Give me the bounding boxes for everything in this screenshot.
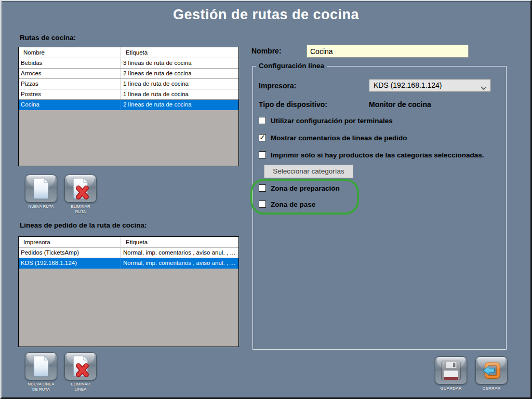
- delete-page-icon: [64, 175, 97, 203]
- table-cell: Normal, imp. comentarios , aviso anul. ,…: [121, 258, 238, 268]
- table-cell: Normal, imp. comentarios , aviso anul. ,…: [121, 248, 238, 258]
- checkbox-utilizar-configuracion[interactable]: Utilizar configuración por terminales: [259, 116, 393, 125]
- new-route-button[interactable]: NUEVA RUTA: [24, 175, 58, 209]
- table-cell: Pedidos (TicketsAmp): [19, 248, 121, 258]
- route-row[interactable]: Arroces2 líneas de ruta de cocina: [19, 69, 238, 79]
- groupbox-title: Configuración linea: [256, 62, 327, 70]
- column-header-etiqueta[interactable]: Etiqueta: [121, 47, 238, 58]
- table-cell: Postres: [19, 89, 121, 99]
- table-cell: 2 líneas de ruta de cocina: [121, 69, 238, 78]
- routes-table: Nombre Etiqueta Bebidas3 líneas de ruta …: [18, 47, 239, 166]
- checkbox-box[interactable]: [259, 151, 266, 158]
- column-header-etiqueta[interactable]: Etiqueta: [121, 237, 238, 247]
- line-row[interactable]: KDS (192.168.1.124)Normal, imp. comentar…: [19, 258, 238, 269]
- impresora-label: Impresora:: [259, 82, 296, 90]
- tipo-dispositivo-label: Tipo de dispositivo:: [259, 100, 327, 109]
- new-route-button-label: NUEVA RUTA: [27, 204, 55, 209]
- delete-line-button[interactable]: ELIMINAR LINEA: [63, 352, 98, 392]
- table-cell: Cocina: [19, 100, 121, 110]
- select-categories-button[interactable]: Seleccionar categorías: [264, 165, 353, 178]
- checkbox-box[interactable]: [259, 201, 266, 208]
- new-page-icon: [25, 175, 57, 203]
- checkbox-imprimir-solo[interactable]: Imprimir sólo si hay productos de las ca…: [259, 150, 484, 159]
- nombre-label: Nombre:: [251, 47, 282, 55]
- floppy-disk-icon: [435, 356, 467, 384]
- save-button-label: GUARDAR: [435, 386, 467, 391]
- route-row[interactable]: Bebidas3 líneas de ruta de cocina: [19, 58, 238, 69]
- lines-section-label: Lineas de pedido de la ruta de cocina:: [20, 221, 147, 229]
- checkbox-zona-preparacion[interactable]: Zona de preparación: [259, 183, 340, 193]
- impresora-dropdown-value: KDS (192.168.1.124): [374, 81, 442, 89]
- checkbox-zona-pase[interactable]: Zona de pase: [259, 200, 315, 209]
- table-cell: Arroces: [19, 69, 121, 78]
- table-cell: Pizzas: [19, 79, 121, 89]
- delete-line-button-label: ELIMINAR LINEA: [66, 382, 95, 392]
- delete-route-button-label: ELIMINAR RUTA: [66, 204, 95, 215]
- routes-section-label: Rutas de cocina:: [20, 34, 76, 42]
- close-button-label: CERRAR: [476, 386, 507, 391]
- checkbox-label: Zona de pase: [271, 201, 315, 208]
- checkbox-label: Mostrar comentarios de líneas de pedido: [271, 134, 407, 142]
- table-cell: Bebidas: [19, 58, 121, 68]
- impresora-dropdown[interactable]: KDS (192.168.1.124): [369, 79, 491, 92]
- table-cell: 3 líneas de ruta de cocina: [121, 58, 238, 68]
- table-cell: 2 líneas de ruta de cocina: [121, 100, 238, 110]
- new-line-button-label: NUEVA LÍNEA DE RUTA: [27, 382, 55, 392]
- close-button[interactable]: CERRAR: [474, 356, 509, 391]
- lines-table: Impresora Etiqueta Pedidos (TicketsAmp)N…: [18, 236, 239, 347]
- new-page-icon: [25, 352, 57, 380]
- routes-table-header: Nombre Etiqueta: [19, 47, 238, 58]
- checkbox-box[interactable]: [259, 184, 266, 192]
- route-row[interactable]: Postres1 línea de ruta de cocina: [19, 89, 238, 100]
- checkbox-label: Zona de preparación: [271, 184, 340, 192]
- page-title: Gestión de rutas de cocina: [0, 7, 532, 23]
- nombre-input[interactable]: [307, 45, 469, 58]
- chevron-down-icon: [481, 84, 487, 92]
- table-cell: 1 línea de ruta de cocina: [121, 89, 238, 99]
- exit-arrow-icon: [475, 356, 508, 384]
- checkbox-label: Imprimir sólo si hay productos de las ca…: [271, 151, 484, 159]
- column-header-nombre[interactable]: Nombre: [19, 47, 121, 58]
- route-row[interactable]: Pizzas1 línea de ruta de cocina: [19, 79, 238, 89]
- checkbox-box[interactable]: ✓: [259, 134, 266, 141]
- checkbox-mostrar-comentarios[interactable]: ✓ Mostrar comentarios de líneas de pedid…: [259, 133, 407, 142]
- tipo-dispositivo-value: Monitor de cocina: [369, 100, 431, 109]
- checkbox-box[interactable]: [259, 117, 266, 124]
- new-line-button[interactable]: NUEVA LÍNEA DE RUTA: [24, 352, 58, 392]
- checkbox-label: Utilizar configuración por terminales: [271, 117, 393, 125]
- lines-table-header: Impresora Etiqueta: [19, 237, 238, 248]
- column-header-impresora[interactable]: Impresora: [19, 237, 121, 247]
- delete-page-icon: [64, 352, 97, 380]
- line-row[interactable]: Pedidos (TicketsAmp)Normal, imp. comenta…: [19, 248, 238, 258]
- delete-route-button[interactable]: ELIMINAR RUTA: [63, 175, 98, 215]
- save-button[interactable]: GUARDAR: [434, 356, 468, 391]
- route-row[interactable]: Cocina2 líneas de ruta de cocina: [19, 100, 238, 110]
- table-cell: KDS (192.168.1.124): [19, 258, 121, 268]
- table-cell: 1 línea de ruta de cocina: [121, 79, 238, 89]
